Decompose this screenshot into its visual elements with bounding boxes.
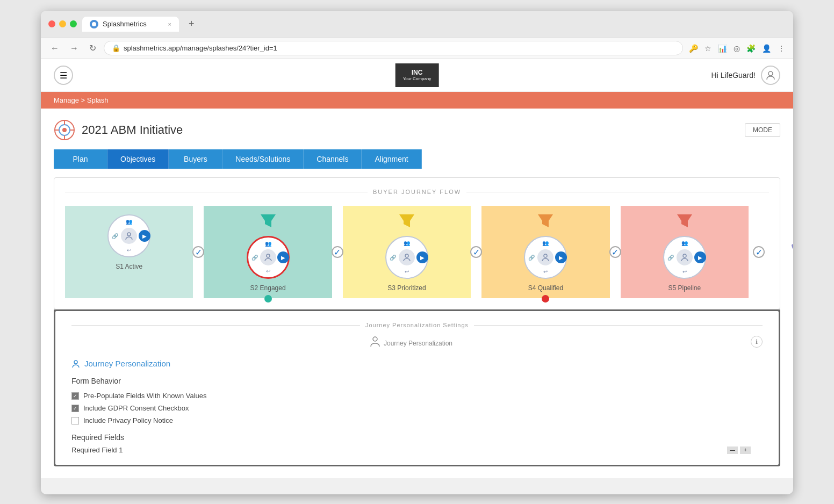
- settings-panel: Journey Personalization Settings Journey…: [54, 309, 780, 466]
- minimize-dot[interactable]: [59, 20, 66, 27]
- checkbox-prepopulate-input[interactable]: ✓: [71, 392, 79, 400]
- svg-point-0: [92, 22, 96, 26]
- funnel-s5: [677, 214, 692, 229]
- refresh-button[interactable]: ↻: [86, 41, 99, 55]
- avatar[interactable]: [761, 66, 780, 85]
- stage-s1[interactable]: 👥 🔗 ↩ ▶ S1 Active: [65, 206, 193, 298]
- address-bar[interactable]: 🔒 splashmetrics.app/manage/splashes/24?t…: [104, 41, 683, 55]
- maximize-dot[interactable]: [70, 20, 77, 27]
- settings-header-label: Journey Personalization Settings: [365, 322, 469, 328]
- required-fields-section: Required Fields Required Field 1 — +: [71, 433, 751, 454]
- wheel-icon-people-s5: 👥: [681, 240, 688, 246]
- url-text: splashmetrics.app/manage/splashes/24?tie…: [124, 44, 277, 52]
- check-icon: ✓: [195, 247, 202, 257]
- menu-button[interactable]: ☰: [54, 66, 73, 85]
- person-title-icon: [71, 359, 80, 368]
- check-icon-3: ✓: [473, 247, 480, 257]
- stage-name-s1: S1 Active: [116, 263, 142, 270]
- initiative-icon: [54, 119, 75, 141]
- mode-button[interactable]: MODE: [745, 123, 780, 137]
- svg-point-17: [683, 254, 686, 257]
- wheel-icon-link-s5: 🔗: [667, 255, 674, 261]
- bookmark-button[interactable]: ☆: [703, 42, 713, 54]
- sheets-button[interactable]: 📊: [716, 42, 729, 54]
- new-tab-button[interactable]: +: [184, 16, 199, 32]
- wheel-arrow-s2: ▶: [277, 251, 289, 263]
- stage-s4[interactable]: 👥 🔗 ↩ ▶ S4 Qualified: [481, 206, 609, 298]
- app-header: ☰ INC Your Company Hi LifeGuard!: [41, 59, 793, 92]
- chrome-button[interactable]: ◎: [732, 42, 742, 54]
- funnel-s3: [399, 214, 414, 229]
- checkbox-prepopulate-label: Pre-Populate Fields With Known Values: [83, 392, 207, 400]
- tab-objectives[interactable]: Objectives: [107, 149, 169, 169]
- tab-close-button[interactable]: ×: [168, 21, 171, 27]
- funnel-s2: [261, 214, 276, 229]
- red-dot: [542, 295, 549, 303]
- person-icon: [370, 336, 380, 350]
- page-header: 2021 ABM Initiative MODE: [54, 119, 780, 141]
- svg-point-11: [267, 254, 270, 257]
- forward-button[interactable]: →: [67, 42, 82, 55]
- stage-wheel-s3[interactable]: 👥 🔗 ↩ ▶: [385, 236, 428, 279]
- checkbox-privacy-input[interactable]: [71, 417, 79, 424]
- breadcrumb-manage[interactable]: Manage: [54, 96, 79, 104]
- check-final: ✓: [753, 246, 765, 258]
- wheel-center-s5: [677, 249, 693, 265]
- check-icon-2: ✓: [334, 247, 341, 257]
- browser-toolbar: ← → ↻ 🔒 splashmetrics.app/manage/splashe…: [41, 37, 793, 59]
- stage-s3[interactable]: 👥 🔗 ↩ ▶ S3 Prioritized: [343, 206, 471, 298]
- checkbox-gdpr[interactable]: ✓ Include GDPR Consent Checkbox: [71, 404, 751, 412]
- stage-wheel-s1[interactable]: 👥 🔗 ↩ ▶: [107, 214, 150, 257]
- field-control-minus[interactable]: —: [727, 447, 738, 454]
- wheel-icon-share: ↩: [127, 247, 131, 253]
- tab-alignment[interactable]: Alignment: [362, 149, 421, 169]
- close-dot[interactable]: [48, 20, 55, 27]
- breadcrumb: Manage > Splash: [41, 92, 793, 109]
- browser-action-buttons: 🔑 ☆ 📊 ◎ 🧩 👤 ⋮: [687, 42, 787, 54]
- logo-box: INC Your Company: [396, 63, 439, 87]
- settings-left: Journey Personalization Journey Personal…: [71, 336, 751, 454]
- stage-wheel-s2[interactable]: 👥 🔗 ↩ ▶: [247, 236, 290, 279]
- final-check: ✓: [749, 206, 769, 298]
- tab-plan[interactable]: Plan: [54, 149, 107, 169]
- connector-s2-s3: ✓: [332, 206, 343, 298]
- form-behavior-heading: Form Behavior: [71, 377, 751, 385]
- more-button[interactable]: ⋮: [776, 42, 787, 54]
- svg-point-4: [62, 128, 67, 132]
- logo-subtitle: Your Company: [403, 76, 432, 82]
- field-control-plus[interactable]: +: [740, 447, 751, 454]
- wheel-arrow-s5: ▶: [694, 251, 706, 263]
- tab-needs-solutions[interactable]: Needs/Solutions: [222, 149, 304, 169]
- flow-title-text: BUYER JOURNEY FLOW: [373, 189, 461, 195]
- checkbox-gdpr-input[interactable]: ✓: [71, 405, 79, 412]
- svg-marker-14: [538, 214, 553, 227]
- account-button[interactable]: 👤: [760, 42, 773, 54]
- checkbox-privacy[interactable]: Include Privacy Policy Notice: [71, 416, 751, 424]
- big-checkmark: ✓: [788, 231, 793, 256]
- page-title: 2021 ABM Initiative: [82, 123, 183, 137]
- wheel-icon-link-s3: 🔗: [390, 255, 396, 261]
- tab-buyers[interactable]: Buyers: [169, 149, 222, 169]
- user-greeting-area: Hi LifeGuard!: [711, 66, 780, 85]
- settings-panel-header: Journey Personalization Settings: [71, 322, 763, 328]
- info-button[interactable]: ℹ: [751, 336, 763, 348]
- svg-point-9: [127, 233, 131, 236]
- wheel-icon-link: 🔗: [112, 233, 118, 239]
- checkbox-prepopulate[interactable]: ✓ Pre-Populate Fields With Known Values: [71, 392, 751, 400]
- svg-point-1: [768, 71, 773, 76]
- tab-channels[interactable]: Channels: [304, 149, 362, 169]
- app-content: ☰ INC Your Company Hi LifeGuard! Manage …: [41, 59, 793, 478]
- settings-section-title: Journey Personalization: [71, 359, 170, 368]
- stage-wheel-s4[interactable]: 👥 🔗 ↩ ▶: [524, 236, 567, 279]
- stage-wheel-s5[interactable]: 👥 🔗 ↩ ▶: [663, 236, 706, 279]
- back-button[interactable]: ←: [47, 42, 62, 55]
- stage-s2[interactable]: 👥 🔗 ↩ ▶ S2 Engaged: [204, 206, 332, 298]
- browser-tab[interactable]: Splashmetrics ×: [82, 17, 179, 32]
- connector-s4-s5: ✓: [609, 206, 621, 298]
- stage-s5[interactable]: 👥 🔗 ↩ ▶ S5 Pipeline: [621, 206, 749, 298]
- extensions-button[interactable]: 🔑: [687, 42, 700, 54]
- extensions2-button[interactable]: 🧩: [745, 42, 757, 54]
- svg-marker-10: [261, 214, 276, 227]
- flow-label: BUYER JOURNEY FLOW: [65, 189, 769, 195]
- settings-person-label: Journey Personalization: [384, 340, 452, 347]
